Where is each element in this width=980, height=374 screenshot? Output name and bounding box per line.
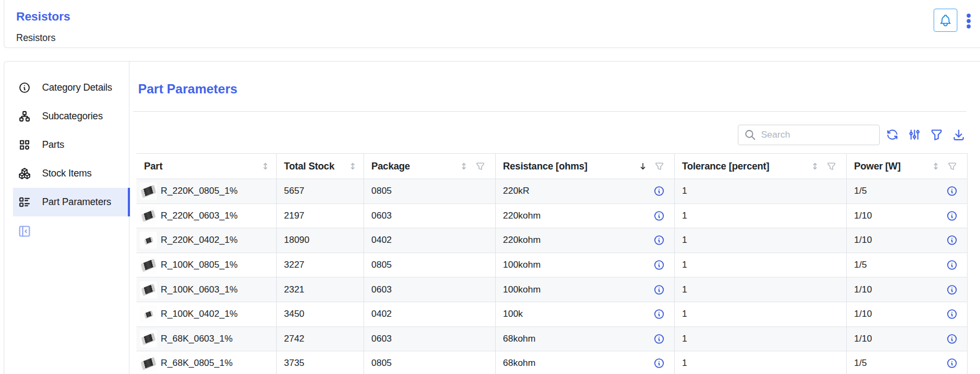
part-name[interactable]: R_100K_0805_1% (161, 260, 238, 270)
info-icon[interactable] (947, 309, 957, 319)
search-box[interactable] (738, 125, 880, 145)
info-icon[interactable] (654, 260, 664, 270)
column-header-tolerance-percent-[interactable]: Tolerance [percent] (674, 154, 846, 179)
table-row[interactable]: R_100K_0402_1%34500402100k11/10 (136, 302, 967, 327)
part-cell: R_100K_0402_1% (136, 302, 276, 327)
info-icon[interactable] (654, 334, 664, 344)
part-name[interactable]: R_100K_0603_1% (161, 284, 238, 295)
info-icon[interactable] (654, 235, 664, 246)
info-icon[interactable] (947, 284, 957, 295)
tolerance-cell: 1 (674, 253, 846, 277)
package-cell: 0402 (364, 302, 495, 327)
column-filter-icon[interactable] (475, 161, 485, 172)
part-cell: R_220K_0603_1% (136, 203, 276, 228)
filter-icon[interactable] (930, 128, 943, 141)
column-label: Resistance [ohms] (503, 161, 638, 172)
sidebar-collapse-icon[interactable] (17, 224, 32, 239)
sort-icon[interactable] (931, 161, 941, 171)
sort-icon[interactable] (261, 161, 270, 171)
table-row[interactable]: R_100K_0603_1%23210603100kohm11/10 (136, 277, 967, 302)
part-cell: R_220K_0805_1% (136, 179, 276, 204)
table-row[interactable]: R_68K_0805_1%3735080568kohm11/5 (136, 351, 967, 374)
resistance-cell: 220kohm (495, 203, 674, 228)
part-cell: R_68K_0805_1% (136, 351, 276, 374)
resistor-chip-image (144, 236, 153, 244)
table-row[interactable]: R_220K_0603_1%21970603220kohm11/10 (136, 203, 967, 228)
column-header-total-stock[interactable]: Total Stock (276, 154, 364, 179)
refresh-icon[interactable] (886, 128, 899, 141)
sidebar-item-subcategories[interactable]: Subcategories (13, 102, 129, 131)
column-header-package[interactable]: Package (364, 154, 495, 179)
column-filter-icon[interactable] (654, 161, 664, 172)
download-icon[interactable] (952, 128, 965, 141)
power-cell: 1/10 (846, 327, 967, 351)
table-row[interactable]: R_68K_0603_1%2742060368kohm11/10 (136, 327, 967, 351)
resistor-chip-image (141, 210, 155, 221)
resistance-value: 100kohm (503, 284, 654, 295)
notifications-button[interactable] (934, 9, 957, 32)
sort-desc-icon[interactable] (638, 161, 648, 171)
power-value: 1/10 (854, 235, 947, 246)
table-row[interactable]: R_220K_0402_1%180900402220kohm11/10 (136, 228, 967, 253)
info-icon[interactable] (947, 334, 957, 344)
resistance-cell: 68kohm (495, 327, 674, 351)
info-icon[interactable] (654, 186, 664, 196)
column-header-part[interactable]: Part (136, 154, 276, 179)
resistance-value: 68kohm (503, 334, 654, 344)
info-icon[interactable] (947, 210, 957, 221)
tolerance-cell: 1 (674, 179, 846, 204)
resistance-cell: 100k (495, 302, 674, 327)
tolerance-cell: 1 (674, 351, 846, 374)
info-icon[interactable] (947, 186, 957, 196)
package-cell: 0603 (364, 277, 495, 302)
sort-icon[interactable] (810, 161, 820, 171)
info-icon[interactable] (654, 358, 664, 369)
breadcrumb[interactable]: Resistors (16, 32, 56, 44)
adjustments-icon[interactable] (908, 128, 921, 141)
search-input[interactable] (761, 130, 869, 140)
part-name[interactable]: R_220K_0603_1% (161, 210, 238, 221)
column-filter-icon[interactable] (826, 161, 837, 172)
part-name[interactable]: R_220K_0805_1% (161, 186, 238, 196)
sort-icon[interactable] (459, 161, 469, 171)
info-icon[interactable] (947, 358, 957, 369)
part-thumbnail (140, 182, 157, 200)
part-name[interactable]: R_68K_0805_1% (161, 358, 232, 369)
resistor-chip-image (141, 284, 155, 295)
column-label: Package (372, 161, 459, 172)
part-thumbnail (140, 232, 157, 249)
resistance-value: 100k (503, 309, 654, 319)
search-icon (744, 129, 756, 141)
resistor-chip-image (144, 310, 153, 318)
info-icon[interactable] (654, 210, 664, 221)
info-icon[interactable] (654, 284, 664, 295)
sort-icon[interactable] (348, 161, 358, 171)
column-header-power-w-[interactable]: Power [W] (846, 154, 967, 179)
part-thumbnail (140, 330, 157, 348)
info-icon[interactable] (947, 235, 957, 246)
part-name[interactable]: R_68K_0603_1% (161, 334, 232, 344)
table-row[interactable]: R_220K_0805_1%56570805220kR11/5 (136, 179, 967, 204)
column-header-resistance-ohms-[interactable]: Resistance [ohms] (495, 154, 674, 179)
package-cell: 0603 (364, 203, 495, 228)
table-toolbar (886, 128, 965, 141)
resistor-chip-image (141, 259, 156, 271)
package-cell: 0603 (364, 327, 495, 351)
part-name[interactable]: R_100K_0402_1% (161, 309, 238, 319)
power-value: 1/5 (854, 186, 947, 196)
sidebar-item-stock-items[interactable]: Stock Items (13, 159, 129, 188)
page-header: Resistors Resistors (4, 0, 980, 48)
table-row[interactable]: R_100K_0805_1%32270805100kohm11/5 (136, 253, 967, 277)
sidebar-item-parts[interactable]: Parts (13, 131, 129, 159)
sidebar-item-category-details[interactable]: Category Details (13, 73, 129, 102)
column-filter-icon[interactable] (947, 161, 957, 172)
power-cell: 1/10 (846, 277, 967, 302)
menu-dots-icon[interactable] (965, 10, 972, 32)
list-details-icon (18, 196, 31, 208)
power-value: 1/10 (854, 309, 947, 319)
sidebar-item-part-parameters[interactable]: Part Parameters (13, 188, 129, 216)
info-icon[interactable] (654, 309, 664, 319)
part-name[interactable]: R_220K_0402_1% (161, 235, 238, 246)
resistor-chip-image (141, 333, 155, 344)
info-icon[interactable] (947, 260, 957, 270)
